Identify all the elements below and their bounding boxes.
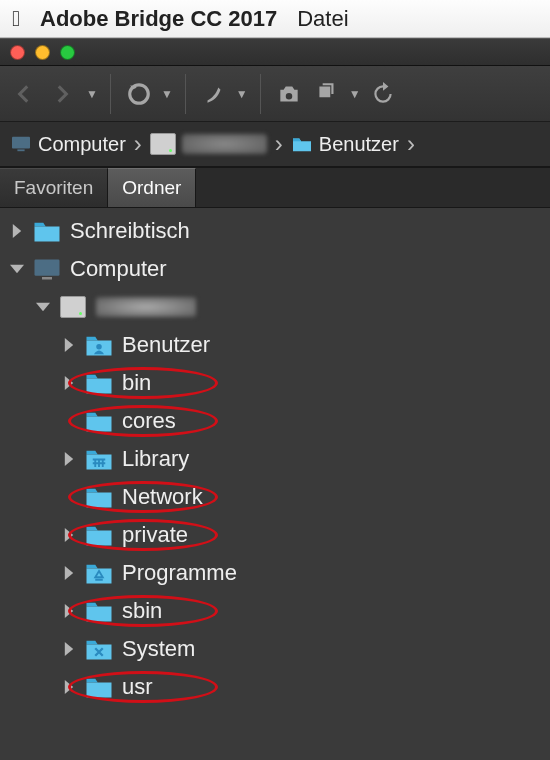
arrow-right-icon xyxy=(49,81,75,107)
svg-rect-1 xyxy=(17,149,24,151)
window-minimize-icon[interactable] xyxy=(35,45,50,60)
output-button[interactable]: ▼ xyxy=(311,78,361,110)
toolbar-separator xyxy=(260,74,261,114)
folder-icon xyxy=(84,370,114,396)
boost-button[interactable]: ▼ xyxy=(198,78,248,110)
chevron-down-icon: ▼ xyxy=(161,87,173,101)
recent-icon xyxy=(126,81,152,107)
tree-label: Network xyxy=(122,484,203,510)
window-zoom-icon[interactable] xyxy=(60,45,75,60)
tree-row[interactable]: bin xyxy=(0,364,550,402)
folder-icon xyxy=(84,522,114,548)
folder-icon xyxy=(84,636,114,662)
chevron-down-icon: ▼ xyxy=(236,87,248,101)
panel-tabs: Favoriten Ordner xyxy=(0,168,550,208)
computer-icon xyxy=(10,135,32,153)
disclosure-triangle-icon[interactable] xyxy=(8,222,26,240)
tree-label: Benutzer xyxy=(122,332,210,358)
path-segment-computer[interactable]: Computer xyxy=(10,133,126,156)
get-photos-button[interactable] xyxy=(273,78,305,110)
svg-rect-3 xyxy=(42,277,52,280)
folder-icon xyxy=(84,484,114,510)
tree-row[interactable]: sbin xyxy=(0,592,550,630)
folder-icon xyxy=(84,408,114,434)
folder-icon xyxy=(84,332,114,358)
tree-label: usr xyxy=(122,674,153,700)
path-bar: Computer › › Benutzer › xyxy=(0,122,550,168)
path-separator-icon: › xyxy=(407,130,415,158)
redacted-label xyxy=(182,134,267,154)
tree-label: bin xyxy=(122,370,151,396)
path-label: Computer xyxy=(38,133,126,156)
app-name[interactable]: Adobe Bridge CC 2017 xyxy=(40,6,277,32)
folder-icon xyxy=(84,598,114,624)
folder-icon xyxy=(84,674,114,700)
path-segment-folder[interactable]: Benutzer xyxy=(291,133,399,156)
redacted-label xyxy=(96,297,196,317)
menu-datei[interactable]: Datei xyxy=(297,6,348,32)
tree-row[interactable]: Network xyxy=(0,478,550,516)
path-segment-hdd[interactable] xyxy=(150,133,267,155)
tree-label: cores xyxy=(122,408,176,434)
rotate-ccw-button[interactable] xyxy=(367,78,399,110)
disclosure-triangle-icon[interactable] xyxy=(60,450,78,468)
path-separator-icon: › xyxy=(275,130,283,158)
tab-folders[interactable]: Ordner xyxy=(108,168,196,207)
chevron-down-icon: ▼ xyxy=(349,87,361,101)
window-close-icon[interactable] xyxy=(10,45,25,60)
toolbar: ▼ ▼ ▼ ▼ xyxy=(0,66,550,122)
svg-rect-0 xyxy=(12,137,30,149)
boomerang-icon xyxy=(201,81,227,107)
disclosure-triangle-icon[interactable] xyxy=(60,374,78,392)
tree-row[interactable]: Benutzer xyxy=(0,326,550,364)
tree-label: Computer xyxy=(70,256,167,282)
window-titlebar xyxy=(0,38,550,66)
hdd-icon xyxy=(150,133,176,155)
disclosure-triangle-icon[interactable] xyxy=(60,640,78,658)
recent-button[interactable]: ▼ xyxy=(123,78,173,110)
hdd-icon xyxy=(58,294,88,320)
tree-label: Library xyxy=(122,446,189,472)
nav-back-button[interactable] xyxy=(8,78,40,110)
folder-icon xyxy=(291,135,313,153)
camera-download-icon xyxy=(276,81,302,107)
rotate-ccw-icon xyxy=(370,81,396,107)
path-label: Benutzer xyxy=(319,133,399,156)
tree-row[interactable]: System xyxy=(0,630,550,668)
disclosure-triangle-icon[interactable] xyxy=(60,602,78,620)
disclosure-triangle-icon[interactable] xyxy=(60,526,78,544)
folder-icon xyxy=(84,446,114,472)
folder-tree: SchreibtischComputerBenutzerbincoresLibr… xyxy=(0,208,550,726)
tree-row[interactable]: Computer xyxy=(0,250,550,288)
svg-rect-2 xyxy=(35,259,60,275)
disclosure-triangle-icon[interactable] xyxy=(34,298,52,316)
tree-row[interactable] xyxy=(0,288,550,326)
tree-label: Schreibtisch xyxy=(70,218,190,244)
disclosure-triangle-icon[interactable] xyxy=(60,678,78,696)
stack-icon xyxy=(314,81,340,107)
toolbar-separator xyxy=(110,74,111,114)
tree-row[interactable]: Programme xyxy=(0,554,550,592)
path-separator-icon: › xyxy=(134,130,142,158)
tree-row[interactable]: Schreibtisch xyxy=(0,212,550,250)
tree-label: private xyxy=(122,522,188,548)
macos-menubar:  Adobe Bridge CC 2017 Datei xyxy=(0,0,550,38)
tab-favorites[interactable]: Favoriten xyxy=(0,168,108,207)
tree-row[interactable]: Library xyxy=(0,440,550,478)
computer-icon xyxy=(32,256,62,282)
disclosure-triangle-icon[interactable] xyxy=(60,336,78,354)
nav-history-dropdown[interactable]: ▼ xyxy=(86,87,98,101)
toolbar-separator xyxy=(185,74,186,114)
folder-icon xyxy=(32,218,62,244)
disclosure-triangle-icon[interactable] xyxy=(60,564,78,582)
tree-label: sbin xyxy=(122,598,162,624)
tree-row[interactable]: usr xyxy=(0,668,550,706)
disclosure-triangle-icon[interactable] xyxy=(8,260,26,278)
arrow-left-icon xyxy=(11,81,37,107)
apple-menu-icon[interactable]:  xyxy=(12,6,20,32)
tree-label: Programme xyxy=(122,560,237,586)
tree-row[interactable]: private xyxy=(0,516,550,554)
tree-row[interactable]: cores xyxy=(0,402,550,440)
nav-forward-button[interactable] xyxy=(46,78,78,110)
folder-icon xyxy=(84,560,114,586)
